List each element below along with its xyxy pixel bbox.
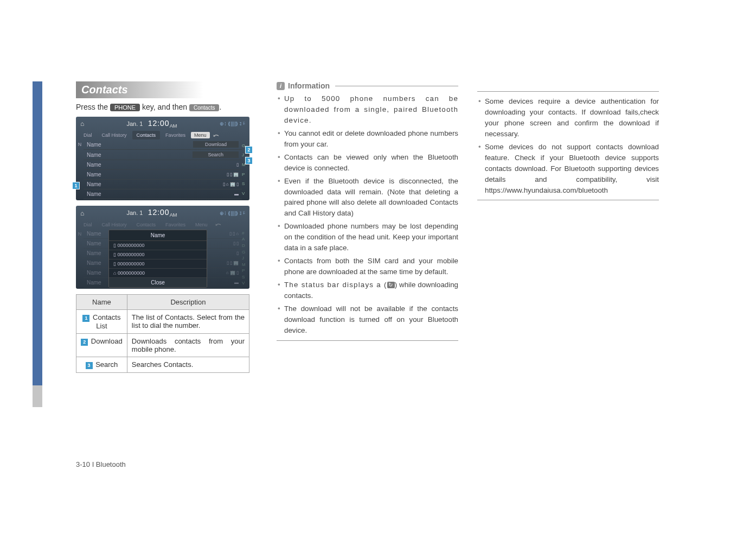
screenshot-contact-detail: ⌂ Jan. 1 12:00AM ⊕⫶ ⟪||||⟫ ⫱⨤ Dial Call … <box>76 206 249 288</box>
popup-number-row[interactable]: ▯ 0000000000 <box>109 241 207 250</box>
bullet-item: The download will not be available if th… <box>277 303 458 336</box>
contact-type-icons: ▯ ▯ ⌂ <box>229 231 239 236</box>
bullet-item: Contacts can be viewed only when the Blu… <box>277 152 458 174</box>
tab-contacts[interactable]: Contacts <box>132 131 161 140</box>
table-row: 2 Download Downloads contacts from your … <box>76 333 249 357</box>
callout-3: 3 <box>245 157 253 164</box>
row-desc: Searches Contacts. <box>127 357 249 372</box>
popup-number-row[interactable]: ▯ 0000000000 <box>109 259 207 269</box>
instr-mid: key, and then <box>142 103 187 111</box>
popup-number: 0000000000 <box>118 252 145 257</box>
ss2-left-letter: N <box>76 229 84 288</box>
instr-prefix: Press the <box>76 103 108 111</box>
page-footer: 3-10 I Bluetooth <box>76 460 126 468</box>
signal-icons: ⊕⫶ ⟪||||⟫ ⫱⨤ <box>220 121 245 126</box>
alpha-letter: M <box>242 262 249 267</box>
ss1-left-letter: N <box>76 140 84 199</box>
contact-type-icons: ▯ ▯ <box>233 241 239 246</box>
column-3: Some devices require a device authentica… <box>477 81 659 373</box>
ss1-date: Jan. 1 <box>126 121 143 127</box>
alpha-letter[interactable]: S <box>242 181 249 186</box>
bullet-item: Some devices do not support contacts dow… <box>477 142 659 196</box>
ss2-time: 12:00 <box>148 208 170 217</box>
alpha-letter: G <box>242 250 249 255</box>
alpha-letter: J <box>242 256 249 261</box>
tab-call-history: Call History <box>98 220 131 229</box>
contact-detail-popup: Name ▯ 0000000000 ▯ 0000000000 ▯ 0000000… <box>108 230 207 288</box>
home-type-icon: ⌂ <box>113 270 118 276</box>
contact-type-icons: ▯ <box>236 162 239 167</box>
back-icon: ⤺ <box>215 220 221 229</box>
row-number-badge: 2 <box>81 339 88 346</box>
list-item[interactable]: Name▬ <box>84 189 242 199</box>
bullet-item: You cannot edit or delete downloaded pho… <box>277 128 458 150</box>
row-name: Contacts List <box>93 313 120 330</box>
table-row: 1 Contacts List The list of Contacts. Se… <box>76 309 249 333</box>
row-desc: The list of Contacts. Select from the li… <box>127 309 249 333</box>
phone-type-icon: ▯ <box>113 261 118 267</box>
list-item[interactable]: NameDownload <box>84 140 242 150</box>
tab-dial[interactable]: Dial <box>79 131 97 140</box>
row-label: Name <box>87 172 227 177</box>
search-dropdown-item[interactable]: Search <box>193 151 239 158</box>
list-item[interactable]: NameSearch <box>84 150 242 160</box>
phone-key-button[interactable]: PHONE <box>110 104 140 111</box>
bullet-item: Some devices require a device authentica… <box>477 96 659 140</box>
side-tab-blue <box>33 81 42 385</box>
alpha-letter: # <box>242 231 249 236</box>
bullet-item: Even if the Bluetooth device is disconne… <box>277 176 458 219</box>
contacts-key-button[interactable]: Contacts <box>189 104 219 111</box>
tab-favorites: Favorites <box>161 220 190 229</box>
home-icon[interactable]: ⌂ <box>80 210 84 217</box>
back-icon[interactable]: ⤺ <box>213 131 219 140</box>
table-row: 3 Search Searches Contacts. <box>76 357 249 372</box>
alpha-letter: D <box>242 243 249 248</box>
alpha-letter: A <box>242 237 249 242</box>
popup-number-row[interactable]: ▯ 0000000000 <box>109 250 207 259</box>
contact-type-icons: ▯ ⌂ 🏢 ▯ <box>223 182 239 187</box>
side-tab-grey <box>33 385 42 407</box>
row-label: Name <box>87 191 234 197</box>
contact-type-icons: ▬ <box>234 280 239 285</box>
list-item[interactable]: Name▯ <box>84 160 242 170</box>
row-label: Name <box>87 162 236 168</box>
bullet-text: Up to 5000 phone numbers can be download… <box>284 94 458 124</box>
popup-number-row[interactable]: ⌂ 0000000000 <box>109 269 207 278</box>
ss2-ampm: AM <box>170 213 177 218</box>
tab-favorites[interactable]: Favorites <box>161 131 190 140</box>
menu-button[interactable]: Menu <box>191 132 210 138</box>
information-header: i Information <box>277 81 458 90</box>
section-divider <box>477 91 659 92</box>
section-divider <box>477 200 659 200</box>
ss1-ampm: AM <box>170 123 177 129</box>
signal-icons: ⊕⫶ ⟪||||⟫ ⫱⨤ <box>220 211 245 216</box>
info-divider-line <box>335 86 458 86</box>
contact-type-icons: ▯ <box>236 251 239 256</box>
ss1-time: 12:00 <box>148 119 170 128</box>
column-1: Contacts Press the PHONE key, and then C… <box>76 81 258 373</box>
list-item[interactable]: Name▯ ▯ 🏢 <box>84 170 242 180</box>
bullet-text-pre: The status bar displays a ( <box>284 281 387 289</box>
callout-1: 1 <box>72 182 80 189</box>
popup-close-button[interactable]: Close <box>109 278 207 287</box>
list-item[interactable]: Name▯ ⌂ 🏢 ▯ <box>84 180 242 189</box>
home-icon[interactable]: ⌂ <box>80 120 84 128</box>
phone-type-icon: ▯ <box>113 252 118 257</box>
bullet-item: The status bar displays a () while downl… <box>277 280 458 301</box>
alpha-letter[interactable]: V <box>242 191 249 196</box>
row-label: Name <box>87 142 193 148</box>
alpha-letter[interactable]: P <box>242 172 249 177</box>
tab-call-history[interactable]: Call History <box>98 131 131 140</box>
download-dropdown-item[interactable]: Download <box>193 141 239 148</box>
alpha-letter: S <box>242 275 249 280</box>
contact-type-icons: ▯ ▯ 🏢 <box>227 261 239 265</box>
phone-type-icon: ▯ <box>113 243 118 248</box>
row-number-badge: 1 <box>82 315 89 322</box>
row-name: Search <box>95 360 118 369</box>
contact-type-icons: ▯ ▯ 🏢 <box>227 172 239 177</box>
table-header-name: Name <box>76 294 127 309</box>
section-title: Contacts <box>76 81 258 98</box>
download-status-icon <box>387 282 395 288</box>
alpha-letter: P <box>242 268 249 273</box>
info-label: Information <box>288 81 330 90</box>
